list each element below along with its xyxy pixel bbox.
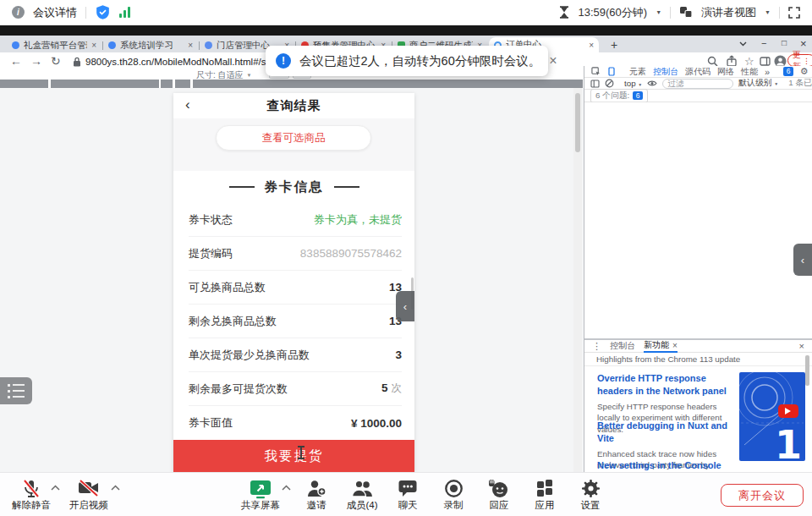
apps-button[interactable]: 应用 bbox=[520, 476, 569, 513]
row-value-number: 5 bbox=[381, 382, 388, 394]
view-dropdown-icon[interactable]: ▼ bbox=[765, 9, 771, 15]
window-close-icon[interactable]: × bbox=[800, 37, 807, 50]
annotation-list-toggle[interactable] bbox=[0, 377, 32, 404]
toast-message: 会议已超过2人，自动转为60分钟限时会议。 bbox=[299, 53, 540, 69]
browser-tab[interactable]: 系统培训学习 × bbox=[103, 38, 198, 52]
log-level-selector[interactable]: 默认级别 ▼ bbox=[738, 78, 778, 89]
timer-hourglass-icon bbox=[559, 6, 569, 19]
share-screen-button[interactable]: 共享屏幕 bbox=[236, 476, 285, 513]
whats-new-link[interactable]: Better debugging in Nuxt and Vite bbox=[597, 420, 734, 445]
whats-new-link[interactable]: New settings in the Console bbox=[597, 459, 734, 472]
toast-close-icon[interactable]: × bbox=[549, 53, 557, 69]
tab-close-icon[interactable]: × bbox=[589, 41, 594, 50]
browser-back-icon[interactable]: ← bbox=[10, 54, 22, 68]
drawer-menu-kebab-icon[interactable]: ⋮ bbox=[592, 341, 601, 352]
browser-forward-icon[interactable]: → bbox=[30, 54, 42, 68]
list-icon bbox=[8, 396, 32, 398]
fullscreen-icon[interactable] bbox=[788, 7, 800, 19]
devtools-panel: 元素 控制台 源代码 网络 性能 » 6 ⚙ ⋮ × top ▼ bbox=[584, 66, 812, 472]
drawer-tab-close-icon[interactable]: × bbox=[672, 341, 678, 350]
list-icon bbox=[8, 390, 32, 392]
more-tabs-icon[interactable]: » bbox=[765, 67, 770, 77]
video-options-caret[interactable] bbox=[111, 485, 120, 491]
devtools-scrollbar-thumb[interactable] bbox=[805, 355, 809, 386]
browser-menu-kebab-icon: ⋮ bbox=[803, 57, 810, 65]
tab-favicon bbox=[205, 41, 212, 49]
update-browser-button[interactable]: 更新 ⋮ bbox=[787, 54, 812, 67]
side-panel-icon[interactable] bbox=[760, 57, 771, 66]
drawer-tab-console[interactable]: 控制台 bbox=[610, 340, 635, 353]
browser-reload-icon[interactable]: ↻ bbox=[51, 54, 61, 68]
participants-button[interactable]: 成员(4) bbox=[337, 476, 387, 513]
start-video-label: 开启视频 bbox=[69, 499, 108, 512]
window-minimize-icon[interactable]: − bbox=[761, 38, 766, 48]
view-products-button[interactable]: 查看可选商品 bbox=[216, 125, 371, 151]
console-filter-input[interactable] bbox=[662, 79, 733, 89]
back-chevron-icon[interactable]: ‹ bbox=[185, 96, 190, 113]
chat-bubble-icon bbox=[398, 479, 418, 497]
reactions-label: 回应 bbox=[490, 499, 509, 512]
context-selector[interactable]: top ▼ bbox=[624, 79, 642, 88]
timer-dropdown-icon[interactable]: ▼ bbox=[656, 9, 661, 15]
row-value-price: ¥ 1000.00 bbox=[351, 417, 402, 430]
inspect-element-icon[interactable] bbox=[591, 67, 601, 76]
section-title-text: 券卡信息 bbox=[265, 178, 324, 196]
row-label: 单次提货最少兑换商品数 bbox=[189, 348, 310, 363]
devtools-tab-sources[interactable]: 源代码 bbox=[685, 66, 710, 78]
unmute-button[interactable]: 解除静音 bbox=[7, 476, 56, 513]
issues-chip[interactable]: 6 个问题: 6 bbox=[590, 89, 648, 103]
drawer-tab-label: 新功能 bbox=[644, 339, 669, 351]
drawer-close-icon[interactable]: × bbox=[799, 341, 804, 351]
devtools-tab-elements[interactable]: 元素 bbox=[629, 66, 646, 78]
invite-button[interactable]: 邀请 bbox=[292, 476, 341, 513]
whats-new-item: New settings in the Console bbox=[597, 459, 734, 472]
encryption-shield-icon[interactable] bbox=[95, 4, 111, 20]
reactions-button[interactable]: 回应 bbox=[475, 476, 524, 513]
collapse-handle[interactable]: ‹ bbox=[396, 291, 414, 321]
new-tab-button[interactable]: + bbox=[611, 38, 617, 52]
pickup-cta-label: 我要提货 bbox=[265, 447, 324, 465]
apps-grid-icon bbox=[535, 479, 554, 497]
devtools-tab-network[interactable]: 网络 bbox=[717, 66, 734, 78]
audio-options-caret[interactable] bbox=[51, 485, 60, 491]
clear-console-icon[interactable] bbox=[605, 79, 614, 88]
console-messages-area[interactable] bbox=[584, 102, 812, 338]
info-row: 可兑换商品总数 13 bbox=[189, 271, 402, 305]
devtools-tab-performance[interactable]: 性能 bbox=[741, 66, 758, 78]
tab-close-icon[interactable]: × bbox=[188, 41, 193, 50]
zoom-meeting-window: i 会议详情 13:59(60分钟) ▼ 演讲者视图 ▼ 礼盒营销平台 bbox=[0, 0, 812, 516]
side-collapse-handle[interactable]: ‹ bbox=[793, 244, 812, 276]
settings-button[interactable]: 设置 bbox=[566, 476, 615, 513]
drawer-tab-whats-new[interactable]: 新功能 × bbox=[644, 340, 678, 353]
tab-search-icon[interactable] bbox=[739, 41, 747, 47]
devtools-tab-console[interactable]: 控制台 bbox=[653, 66, 678, 78]
row-label: 剩余最多可提货次数 bbox=[189, 382, 288, 397]
console-sidebar-icon[interactable] bbox=[590, 80, 600, 88]
row-label: 剩余兑换商品总数 bbox=[189, 314, 277, 329]
leave-meeting-button[interactable]: 离开会议 bbox=[721, 484, 804, 507]
view-mode-label[interactable]: 演讲者视图 bbox=[701, 5, 756, 20]
share-options-caret[interactable] bbox=[282, 485, 291, 491]
meeting-controls-bar: 解除静音 开启视频 共享屏幕 bbox=[0, 472, 812, 516]
record-button[interactable]: 录制 bbox=[429, 476, 478, 513]
row-label: 提货编码 bbox=[189, 246, 233, 261]
browser-tab[interactable]: 礼盒营销平台管理中心 × bbox=[7, 38, 102, 52]
device-toolbar-icon[interactable] bbox=[607, 67, 616, 76]
window-maximize-icon[interactable]: □ bbox=[782, 38, 787, 47]
eye-icon[interactable] bbox=[647, 80, 657, 87]
list-icon bbox=[8, 384, 32, 387]
viewport-scrollbar-thumb[interactable] bbox=[575, 93, 580, 152]
tab-title: 系统培训学习 bbox=[120, 40, 173, 52]
issues-count-badge[interactable]: 6 bbox=[783, 67, 793, 76]
pickup-cta-button[interactable]: 我要提货 bbox=[173, 440, 414, 472]
devtools-settings-gear-icon[interactable]: ⚙ bbox=[800, 66, 809, 77]
meeting-info-icon[interactable]: i bbox=[12, 6, 25, 19]
whats-new-link[interactable]: Override HTTP response headers in the Ne… bbox=[597, 372, 734, 398]
divider bbox=[779, 7, 780, 19]
whats-new-promo-image: 1 bbox=[739, 372, 805, 461]
chat-button[interactable]: 聊天 bbox=[383, 476, 432, 513]
start-video-button[interactable]: 开启视频 bbox=[64, 476, 113, 513]
info-row: 券卡面值 ¥ 1000.00 bbox=[189, 406, 402, 440]
tab-close-icon[interactable]: × bbox=[91, 41, 96, 50]
section-title-rule bbox=[334, 186, 359, 188]
